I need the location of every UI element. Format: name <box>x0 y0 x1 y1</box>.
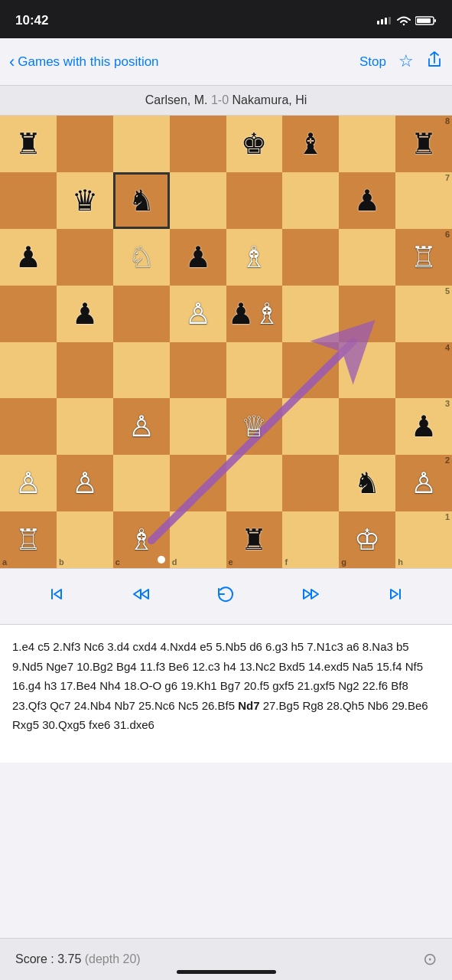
cell-a8[interactable]: ♜ <box>0 116 57 172</box>
svg-rect-5 <box>434 19 436 22</box>
cell-b2[interactable]: ♙ <box>57 455 113 511</box>
cell-e6[interactable]: ♗ <box>226 229 283 286</box>
svg-rect-0 <box>377 21 379 24</box>
back-button[interactable]: ‹ Games with this position <box>9 52 359 72</box>
svg-rect-6 <box>417 18 431 23</box>
cell-b4[interactable] <box>57 342 113 399</box>
cell-h3[interactable]: 3♟ <box>395 398 452 455</box>
score-depth: (depth 20) <box>85 952 141 965</box>
moves-container: 1.e4 c5 2.Nf3 Nc6 3.d4 cxd4 4.Nxd4 e5 5.… <box>0 625 452 763</box>
cell-f6[interactable] <box>282 229 339 286</box>
cell-e1[interactable]: e♜ <box>226 511 283 568</box>
score-display: Score : 3.75 (depth 20) <box>15 952 141 966</box>
nav-controls <box>0 568 452 625</box>
cell-h7[interactable]: 7 <box>395 172 452 229</box>
cell-f3[interactable] <box>282 398 339 455</box>
cell-f7[interactable] <box>282 172 339 229</box>
home-indicator <box>0 970 452 974</box>
cell-c5[interactable] <box>113 286 170 342</box>
cell-d1[interactable]: d <box>170 511 226 568</box>
cell-c1[interactable]: c♗ <box>113 511 170 568</box>
cell-a2[interactable]: ♙ <box>0 455 57 511</box>
cell-h2[interactable]: 2♙ <box>395 455 452 511</box>
signal-icon <box>377 17 392 24</box>
cell-d4[interactable] <box>170 342 226 399</box>
cell-h1[interactable]: 1h <box>395 511 452 568</box>
cell-d6[interactable]: ♟ <box>170 229 226 286</box>
chess-board[interactable]: ♜♚♝8♜♛♞♟7♟♘♟♗6♖♟♙♟♗54♙♕3♟♙♙♞2♙a♖bc♗de♜fg… <box>0 116 452 568</box>
svg-rect-2 <box>385 18 387 24</box>
cell-b1[interactable]: b <box>57 511 113 568</box>
cell-a6[interactable]: ♟ <box>0 229 57 286</box>
cell-c2[interactable] <box>113 455 170 511</box>
score-value: 3.75 <box>57 952 81 965</box>
cell-a1[interactable]: a♖ <box>0 511 57 568</box>
cell-g4[interactable] <box>339 342 395 399</box>
stop-button[interactable]: Stop <box>359 54 386 70</box>
cell-e5[interactable]: ♟♗ <box>226 286 283 342</box>
cell-g5[interactable] <box>339 286 395 342</box>
cell-e3[interactable]: ♕ <box>226 398 283 455</box>
cell-e2[interactable] <box>226 455 283 511</box>
highlighted-move: Nd7 <box>238 699 259 712</box>
back-chevron-icon: ‹ <box>9 52 15 72</box>
cell-e8[interactable]: ♚ <box>226 116 283 172</box>
first-button[interactable] <box>32 579 81 614</box>
cell-a7[interactable] <box>0 172 57 229</box>
cell-c6[interactable]: ♘ <box>113 229 170 286</box>
cell-c4[interactable] <box>113 342 170 399</box>
battery-icon <box>415 15 437 26</box>
cell-b8[interactable] <box>57 116 113 172</box>
cell-g6[interactable] <box>339 229 395 286</box>
cell-f2[interactable] <box>282 455 339 511</box>
cell-f5[interactable] <box>282 286 339 342</box>
status-time: 10:42 <box>15 13 48 28</box>
cell-g7[interactable]: ♟ <box>339 172 395 229</box>
cell-d2[interactable] <box>170 455 226 511</box>
last-button[interactable] <box>371 579 420 614</box>
wifi-icon <box>397 15 411 26</box>
black-player: Nakamura, Hi <box>233 93 307 106</box>
cell-b5[interactable]: ♟ <box>57 286 113 342</box>
cell-a3[interactable] <box>0 398 57 455</box>
loading-spinner: ⊙ <box>423 949 437 969</box>
cell-f1[interactable]: f <box>282 511 339 568</box>
score-label: Score : <box>15 952 54 965</box>
cell-g2[interactable]: ♞ <box>339 455 395 511</box>
cell-d5[interactable]: ♙ <box>170 286 226 342</box>
game-header: Carlsen, M. 1-0 Nakamura, Hi <box>0 86 452 116</box>
cell-b7[interactable]: ♛ <box>57 172 113 229</box>
cell-c8[interactable] <box>113 116 170 172</box>
cell-g1[interactable]: g♔ <box>339 511 395 568</box>
status-icons <box>377 15 437 26</box>
cell-c3[interactable]: ♙ <box>113 398 170 455</box>
cell-b3[interactable] <box>57 398 113 455</box>
cell-e7[interactable] <box>226 172 283 229</box>
share-icon[interactable] <box>426 51 443 73</box>
cell-h8[interactable]: 8♜ <box>395 116 452 172</box>
svg-rect-1 <box>381 19 383 24</box>
nav-icons: ☆ <box>398 51 443 73</box>
cell-b6[interactable] <box>57 229 113 286</box>
reset-button[interactable] <box>200 578 251 615</box>
cell-h5[interactable]: 5 <box>395 286 452 342</box>
cell-d8[interactable] <box>170 116 226 172</box>
favorite-icon[interactable]: ☆ <box>398 51 414 73</box>
status-bar: 10:42 <box>0 0 452 38</box>
cell-f8[interactable]: ♝ <box>282 116 339 172</box>
cell-a5[interactable] <box>0 286 57 342</box>
nav-bar: ‹ Games with this position Stop ☆ <box>0 38 452 86</box>
cell-f4[interactable] <box>282 342 339 399</box>
cell-d3[interactable] <box>170 398 226 455</box>
cell-g8[interactable] <box>339 116 395 172</box>
next-button[interactable] <box>285 579 337 614</box>
cell-a4[interactable] <box>0 342 57 399</box>
cell-c7[interactable]: ♞ <box>113 172 170 229</box>
cell-g3[interactable] <box>339 398 395 455</box>
cell-d7[interactable] <box>170 172 226 229</box>
cell-h6[interactable]: 6♖ <box>395 229 452 286</box>
cell-h4[interactable]: 4 <box>395 342 452 399</box>
game-result: 1-0 <box>211 93 229 106</box>
cell-e4[interactable] <box>226 342 283 399</box>
prev-button[interactable] <box>115 579 167 614</box>
